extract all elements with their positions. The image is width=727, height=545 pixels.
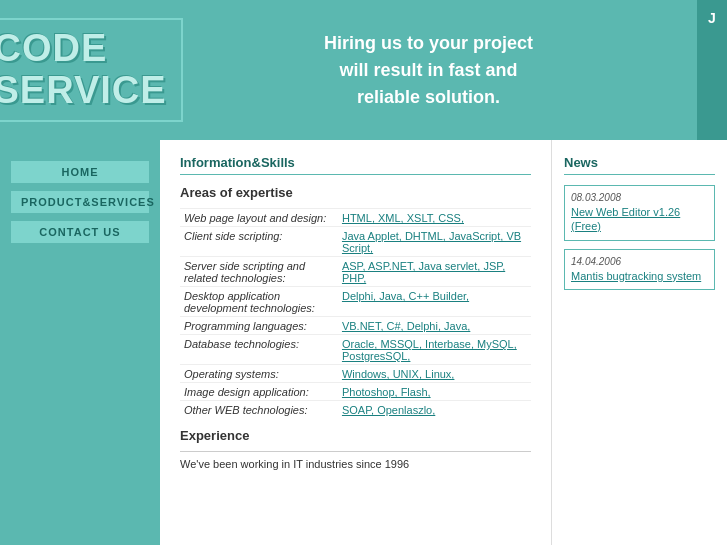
news-date-1: 08.03.2008 xyxy=(571,192,708,203)
table-row: Client side scripting: Java Applet, DHTM… xyxy=(180,227,531,257)
news-item-1: 08.03.2008 New Web Editor v1.26 (Free) xyxy=(564,185,715,241)
news-link-2[interactable]: Mantis bugtracking system xyxy=(571,269,708,283)
skill-category: Desktop application development technolo… xyxy=(180,287,338,317)
table-row: Image design application: Photoshop, Fla… xyxy=(180,383,531,401)
news-date-2: 14.04.2006 xyxy=(571,256,708,267)
skill-category: Other WEB technologies: xyxy=(180,401,338,419)
logo-area: CODE SERVICE xyxy=(0,0,160,140)
table-row: Server side scripting and related techno… xyxy=(180,257,531,287)
table-row: Programming languages: VB.NET, C#, Delph… xyxy=(180,317,531,335)
skill-category: Web page layout and design: xyxy=(180,209,338,227)
header: CODE SERVICE Hiring us to your projectwi… xyxy=(0,0,727,140)
navigation-sidebar: HOME PRODUCT&SERVICES CONTACT US xyxy=(0,140,160,264)
news-sidebar: News 08.03.2008 New Web Editor v1.26 (Fr… xyxy=(552,140,727,545)
main-area: Information&Skills Areas of expertise We… xyxy=(160,140,727,545)
skill-value[interactable]: ASP, ASP.NET, Java servlet, JSP, PHP, xyxy=(338,257,531,287)
experience-title: Experience xyxy=(180,428,531,443)
experience-text: We've been working in IT industries sinc… xyxy=(180,451,531,470)
skill-category: Operating systems: xyxy=(180,365,338,383)
table-row: Database technologies: Oracle, MSSQL, In… xyxy=(180,335,531,365)
logo-line2: SERVICE xyxy=(0,69,167,111)
logo-line1: CODE xyxy=(0,27,107,69)
table-row: Desktop application development technolo… xyxy=(180,287,531,317)
skill-category: Programming languages: xyxy=(180,317,338,335)
header-middle: Hiring us to your projectwill result in … xyxy=(160,0,697,140)
table-row: Web page layout and design: HTML, XML, X… xyxy=(180,209,531,227)
skill-category: Database technologies: xyxy=(180,335,338,365)
table-row: Operating systems: Windows, UNIX, Linux, xyxy=(180,365,531,383)
subsection-title: Areas of expertise xyxy=(180,185,531,200)
nav-product-services[interactable]: PRODUCT&SERVICES xyxy=(10,190,150,214)
table-row: Other WEB technologies: SOAP, Openlaszlo… xyxy=(180,401,531,419)
skill-category: Client side scripting: xyxy=(180,227,338,257)
header-right: J xyxy=(697,0,727,140)
skill-value[interactable]: Delphi, Java, C++ Builder, xyxy=(338,287,531,317)
experience-section: Experience We've been working in IT indu… xyxy=(180,428,531,470)
content-panel: Information&Skills Areas of expertise We… xyxy=(160,140,552,545)
news-item-2: 14.04.2006 Mantis bugtracking system xyxy=(564,249,715,290)
skill-value[interactable]: VB.NET, C#, Delphi, Java, xyxy=(338,317,531,335)
skill-value[interactable]: Oracle, MSSQL, Interbase, MySQL, Postgre… xyxy=(338,335,531,365)
nav-home[interactable]: HOME xyxy=(10,160,150,184)
news-link-1[interactable]: New Web Editor v1.26 (Free) xyxy=(571,205,708,234)
skill-value[interactable]: Java Applet, DHTML, JavaScript, VB Scrip… xyxy=(338,227,531,257)
header-right-letter: J xyxy=(708,10,716,26)
skill-value[interactable]: HTML, XML, XSLT, CSS, xyxy=(338,209,531,227)
logo: CODE SERVICE xyxy=(0,18,183,122)
header-tagline: Hiring us to your projectwill result in … xyxy=(324,30,533,111)
skills-table: Web page layout and design: HTML, XML, X… xyxy=(180,208,531,418)
section-title: Information&Skills xyxy=(180,155,531,175)
skill-value[interactable]: SOAP, Openlaszlo, xyxy=(338,401,531,419)
skill-value[interactable]: Photoshop, Flash, xyxy=(338,383,531,401)
skill-category: Server side scripting and related techno… xyxy=(180,257,338,287)
skill-value[interactable]: Windows, UNIX, Linux, xyxy=(338,365,531,383)
skill-category: Image design application: xyxy=(180,383,338,401)
nav-contact-us[interactable]: CONTACT US xyxy=(10,220,150,244)
news-title: News xyxy=(564,155,715,175)
